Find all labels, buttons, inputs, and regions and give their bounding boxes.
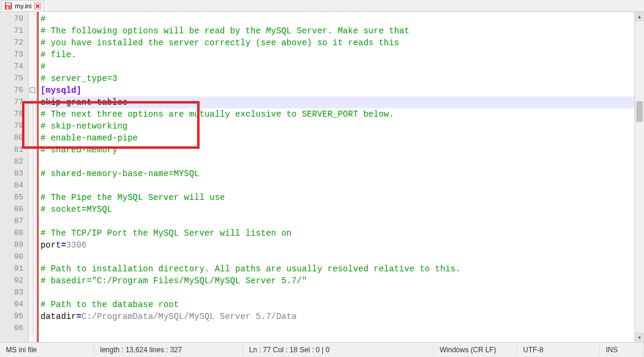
line-number: 74 [0, 61, 28, 73]
line-number: 83 [0, 168, 28, 180]
code-line[interactable]: # Path to the database root [41, 299, 634, 311]
scroll-up-button[interactable]: ▲ [635, 12, 644, 21]
fold-mark [29, 73, 36, 84]
vertical-scrollbar[interactable]: ▲ ▼ [634, 12, 644, 342]
fold-toggle-icon[interactable]: − [30, 87, 35, 93]
code-line[interactable]: skip-grant-tables [41, 96, 634, 108]
code-line[interactable]: port=3306 [41, 239, 634, 251]
fold-mark [29, 192, 36, 203]
file-tab[interactable]: my.ini ✕ [1, 0, 44, 11]
line-number: 88 [0, 227, 28, 239]
code-line[interactable]: # [41, 13, 634, 25]
tab-bar: my.ini ✕ [0, 0, 644, 12]
fold-mark [29, 25, 36, 37]
fold-mark [29, 168, 36, 180]
line-number: 94 [0, 299, 28, 311]
fold-mark [29, 37, 36, 49]
line-number: 86 [0, 203, 28, 215]
fold-mark [29, 61, 36, 73]
scroll-thumb[interactable] [636, 101, 643, 122]
tab-filename: my.ini [15, 2, 32, 10]
code-line[interactable]: # Path to installation directory. All pa… [41, 263, 634, 275]
code-line[interactable]: # The TCP/IP Port the MySQL Server will … [41, 227, 634, 239]
fold-mark [29, 263, 36, 275]
fold-mark [29, 322, 36, 334]
line-number: 96 [0, 322, 28, 334]
code-line[interactable] [41, 287, 634, 299]
line-number: 80 [0, 132, 28, 144]
code-line[interactable] [41, 251, 634, 263]
line-number: 79 [0, 120, 28, 132]
status-mode: INS [600, 343, 644, 356]
code-line[interactable]: datadir=C:/ProgramData/MySQL/MySQL Serve… [41, 311, 634, 322]
svg-rect-1 [6, 3, 11, 5]
fold-mark [29, 96, 36, 108]
line-number: 91 [0, 263, 28, 275]
code-line[interactable]: [mysqld] [41, 84, 634, 96]
line-number-gutter: 7071727374757677787980818283848586878889… [0, 12, 29, 342]
line-number: 85 [0, 192, 28, 203]
fold-mark [29, 239, 36, 251]
code-line[interactable]: # socket=MYSQL [41, 203, 634, 215]
code-line[interactable]: # you have installed the server correctl… [41, 37, 634, 49]
fold-mark [29, 311, 36, 322]
fold-mark [29, 132, 36, 144]
status-bar: MS ini file length : 13,624 lines : 327 … [0, 342, 644, 356]
close-icon[interactable]: ✕ [34, 2, 41, 10]
line-number: 76 [0, 84, 28, 96]
line-number: 72 [0, 37, 28, 49]
code-line[interactable]: # shared-memory-base-name=MYSQL [41, 168, 634, 180]
code-area[interactable]: ## The following options will be read by… [37, 12, 634, 342]
code-line[interactable] [41, 180, 634, 192]
line-number: 89 [0, 239, 28, 251]
status-length: length : 13,624 lines : 327 [94, 343, 243, 356]
scroll-down-button[interactable]: ▼ [635, 333, 644, 342]
status-position: Ln : 77 Col : 18 Sel : 0 | 0 [243, 343, 434, 356]
svg-rect-3 [8, 7, 10, 9]
line-number: 95 [0, 311, 28, 322]
code-line[interactable]: # [41, 61, 634, 73]
line-number: 90 [0, 251, 28, 263]
fold-mark [29, 227, 36, 239]
code-line[interactable]: # The following options will be read by … [41, 25, 634, 37]
line-number: 93 [0, 287, 28, 299]
line-number: 71 [0, 25, 28, 37]
line-number: 73 [0, 49, 28, 61]
line-number: 84 [0, 180, 28, 192]
fold-mark [29, 13, 36, 25]
fold-mark: − [29, 84, 36, 96]
fold-mark [29, 156, 36, 168]
code-line[interactable]: # enable-named-pipe [41, 132, 634, 144]
line-number: 78 [0, 108, 28, 120]
code-line[interactable] [41, 215, 634, 227]
status-eol: Windows (CR LF) [434, 343, 517, 356]
fold-mark [29, 299, 36, 311]
code-line[interactable]: # shared-memory [41, 144, 634, 156]
change-marker [37, 12, 39, 342]
status-encoding: UTF-8 [517, 343, 600, 356]
fold-mark [29, 49, 36, 61]
fold-mark [29, 180, 36, 192]
editor: 7071727374757677787980818283848586878889… [0, 12, 644, 342]
code-line[interactable]: # basedir="C:/Program Files/MySQL/MySQL … [41, 275, 634, 287]
fold-mark [29, 251, 36, 263]
status-filetype: MS ini file [0, 343, 94, 356]
fold-mark [29, 215, 36, 227]
line-number: 92 [0, 275, 28, 287]
code-line[interactable]: # file. [41, 49, 634, 61]
code-line[interactable]: # The next three options are mutually ex… [41, 108, 634, 120]
code-line[interactable] [41, 156, 634, 168]
fold-mark [29, 108, 36, 120]
line-number: 75 [0, 73, 28, 84]
save-icon [4, 2, 13, 10]
code-line[interactable]: # server_type=3 [41, 73, 634, 84]
code-line[interactable]: # skip-networking [41, 120, 634, 132]
code-line[interactable] [41, 322, 634, 334]
fold-mark [29, 203, 36, 215]
line-number: 70 [0, 13, 28, 25]
fold-mark [29, 144, 36, 156]
line-number: 77 [0, 96, 28, 108]
code-line[interactable]: # The Pipe the MySQL Server will use [41, 192, 634, 203]
line-number: 81 [0, 144, 28, 156]
fold-mark [29, 275, 36, 287]
